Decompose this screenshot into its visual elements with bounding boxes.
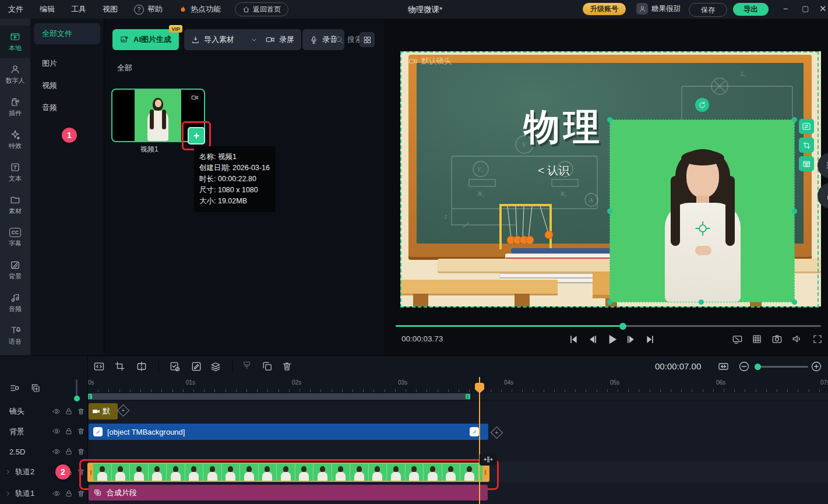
copy-button[interactable]	[262, 361, 273, 372]
playback-progress-track[interactable]	[396, 325, 821, 327]
select-check-button[interactable]	[169, 361, 181, 372]
upgrade-account-button[interactable]: 升级账号	[583, 3, 626, 15]
sidebar-item-audio[interactable]: 音频	[0, 287, 30, 319]
work-range-track[interactable]: ∥ ∥	[87, 393, 828, 400]
resize-handle-ne[interactable]	[792, 117, 797, 122]
sidebar-item-voice[interactable]: 语音	[0, 319, 30, 352]
split-button[interactable]	[136, 361, 147, 372]
playhead-line[interactable]	[479, 377, 480, 504]
maximize-button[interactable]: ▢	[802, 4, 809, 13]
playback-progress-knob[interactable]	[619, 323, 626, 330]
screen-ratio-button[interactable]	[732, 334, 743, 345]
sidebar-item-local[interactable]: 本地	[0, 26, 30, 58]
sidebar-item-assets[interactable]: 素材	[0, 189, 30, 221]
save-button[interactable]: 保存	[689, 3, 727, 17]
menu-view[interactable]: 视图	[94, 4, 126, 15]
delete-track-button[interactable]	[77, 447, 85, 456]
sidebar-item-text[interactable]: 文本	[0, 156, 30, 189]
fullscreen-button[interactable]	[812, 334, 823, 344]
resize-handle-e[interactable]	[792, 209, 797, 214]
move-target-icon[interactable]	[695, 220, 711, 237]
work-range-thumb[interactable]	[87, 393, 470, 400]
record-screen-button[interactable]: 录屏	[259, 29, 301, 50]
delete-track-button[interactable]	[77, 489, 85, 498]
expand-chevron-icon[interactable]	[5, 490, 12, 497]
green-screen-video-element[interactable]	[610, 120, 794, 302]
toggle-visibility-button[interactable]	[52, 447, 61, 456]
menu-file[interactable]: 文件	[0, 4, 31, 15]
export-button[interactable]: 导出	[733, 3, 769, 16]
sparkle-icon	[10, 129, 20, 140]
range-grip-right[interactable]: ∥	[466, 394, 470, 399]
skip-end-button[interactable]	[644, 333, 657, 348]
back-home-button[interactable]: 返回首页	[235, 2, 288, 16]
tab-all[interactable]: 全部	[117, 63, 132, 73]
resize-handle-nw[interactable]	[607, 117, 612, 122]
composite-clip[interactable]: 合成片段	[89, 485, 488, 501]
lock-track-button[interactable]	[65, 427, 73, 435]
layers-button[interactable]	[210, 361, 221, 372]
delete-button[interactable]	[281, 361, 293, 372]
range-grip-left[interactable]: ∥	[87, 394, 92, 399]
background-clip[interactable]: [object TMBackground]	[89, 424, 488, 440]
zoom-slider-knob[interactable]	[755, 364, 761, 370]
user-account[interactable]: 糖果很甜	[636, 3, 681, 15]
libnav-images[interactable]: 图片	[30, 52, 104, 75]
lock-track-button[interactable]	[65, 489, 73, 498]
play-button[interactable]	[605, 333, 619, 348]
edit-clip-button[interactable]	[191, 361, 202, 372]
format-brush-button[interactable]	[241, 361, 252, 372]
menu-tools[interactable]: 工具	[63, 4, 94, 15]
sidebar-item-plugins[interactable]: 插件	[0, 91, 30, 124]
resize-handle-s[interactable]	[699, 299, 704, 305]
skip-start-button[interactable]	[567, 333, 579, 348]
menu-edit[interactable]: 编辑	[31, 4, 63, 15]
sidebar-item-digital-human[interactable]: 数字人	[0, 58, 30, 91]
menu-hotspot[interactable]: 热点功能	[171, 4, 229, 15]
lock-track-button[interactable]	[65, 407, 73, 415]
toggle-visibility-button[interactable]	[52, 427, 61, 435]
delete-track-button[interactable]	[77, 427, 85, 435]
volume-button[interactable]	[791, 333, 802, 344]
crop-element-button[interactable]	[799, 138, 814, 153]
track-height-knob[interactable]	[74, 396, 80, 401]
mask-element-button[interactable]	[799, 156, 814, 171]
crop-button[interactable]	[114, 361, 125, 372]
lock-track-button[interactable]	[65, 447, 73, 456]
zoom-in-button[interactable]	[811, 361, 822, 372]
ai-image-generate-button[interactable]: AI图片生成 VIP	[112, 29, 179, 50]
libnav-all-files[interactable]: 全部文件	[34, 23, 100, 44]
next-frame-button[interactable]	[625, 333, 637, 348]
sidebar-item-subtitles[interactable]: CC 字幕	[0, 221, 30, 254]
timeline-zoom-slider[interactable]	[755, 366, 808, 368]
snapshot-button[interactable]	[771, 333, 783, 344]
fit-timeline-button[interactable]	[717, 361, 730, 372]
add-track-button[interactable]	[30, 383, 41, 393]
toggle-visibility-button[interactable]	[52, 407, 61, 415]
libnav-videos[interactable]: 视频	[30, 75, 104, 97]
resize-handle-w[interactable]	[607, 209, 612, 214]
menu-help[interactable]: ? 帮助	[126, 4, 171, 15]
rotate-handle[interactable]	[695, 98, 709, 112]
delete-track-button[interactable]	[77, 407, 85, 415]
search-box[interactable]: 搜索	[335, 34, 362, 45]
expand-chevron-icon[interactable]	[5, 468, 12, 475]
minimize-button[interactable]: −	[783, 3, 788, 13]
track-height-slider[interactable]	[76, 379, 77, 397]
timeline-ruler[interactable]: 0s 01s 02s 03s 04s 05s 06s 07s	[87, 377, 828, 393]
replace-element-button[interactable]	[799, 119, 814, 134]
canvas-settings-button[interactable]	[93, 361, 105, 372]
close-button[interactable]: ✕	[819, 3, 827, 14]
track-list-button[interactable]	[9, 383, 20, 393]
prev-frame-button[interactable]	[586, 333, 598, 348]
libnav-audio[interactable]: 音频	[30, 97, 104, 119]
grid-overlay-button[interactable]	[752, 334, 762, 344]
camera-clip[interactable]: 默	[89, 403, 118, 420]
resize-handle-se[interactable]	[792, 299, 797, 305]
sidebar-item-effects[interactable]: 特效	[0, 124, 30, 156]
sidebar-item-background[interactable]: 背景	[0, 254, 30, 287]
toggle-visibility-button[interactable]	[52, 489, 61, 498]
layout-grid-button[interactable]	[360, 32, 375, 47]
zoom-out-button[interactable]	[738, 361, 750, 372]
resize-handle-sw[interactable]	[607, 299, 612, 305]
